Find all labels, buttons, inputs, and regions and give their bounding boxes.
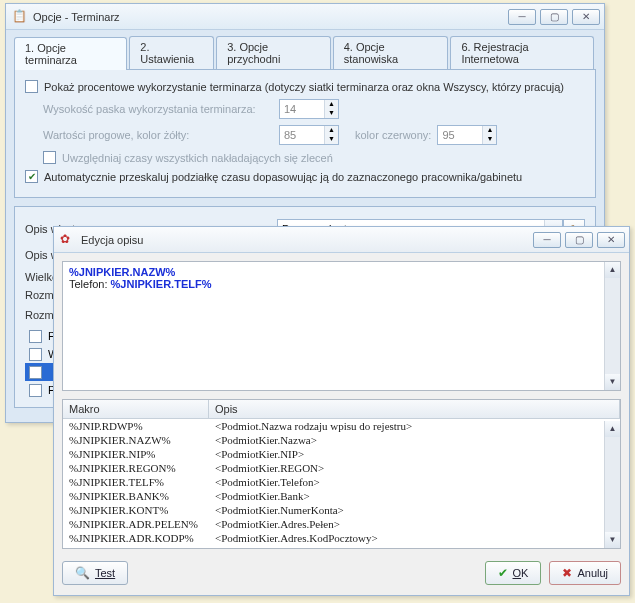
cell-opis: <PodmiotKier.NumerKonta> (209, 503, 620, 517)
table-row[interactable]: %JNIPKIER.ADR.PELEN%<PodmiotKier.Adres.P… (63, 517, 620, 531)
tab-opcje-stanowiska[interactable]: 4. Opcje stanowiska (333, 36, 449, 69)
cell-makro: %JNIPKIER.TELF% (63, 475, 209, 489)
cell-opis: <PodmiotKier.Bank> (209, 489, 620, 503)
spin-up-icon[interactable]: ▲ (324, 100, 338, 109)
child-window: ✿ Edycja opisu ─ ▢ ✕ %JNIPKIER.NAZW% Tel… (53, 226, 630, 596)
table-row[interactable]: %JNIPKIER.KONT%<PodmiotKier.NumerKonta> (63, 503, 620, 517)
group-percent: Pokaż procentowe wykorzystanie terminarz… (14, 69, 596, 198)
ok-label: OK (513, 567, 529, 579)
editor-token: %JNIPKIER.NAZW% (69, 266, 175, 278)
button-bar: 🔍 Test ✔ OK ✖ Anuluj (54, 555, 629, 593)
editor-scrollbar[interactable]: ▲ ▼ (604, 262, 620, 390)
spin-up-icon[interactable]: ▲ (324, 126, 338, 135)
threshold-red-input[interactable] (438, 127, 482, 143)
editor-text: Telefon: (69, 278, 111, 290)
spin-up-icon[interactable]: ▲ (482, 126, 496, 135)
table-row[interactable]: %JNIPKIER.REGON%<PodmiotKier.REGON> (63, 461, 620, 475)
cell-opis: <PodmiotKier.REGON> (209, 461, 620, 475)
chk-percent-label: Pokaż procentowe wykorzystanie terminarz… (44, 81, 564, 93)
cell-makro: %JNIPKIER.NIP% (63, 447, 209, 461)
table-row[interactable]: %JNIPKIER.TELF%<PodmiotKier.Telefon> (63, 475, 620, 489)
cell-makro: %JNIPKIER.ADR.ULIC% (63, 545, 209, 547)
chk-overlap[interactable] (43, 151, 56, 164)
threshold-red-spinner[interactable]: ▲▼ (437, 125, 497, 145)
threshold-yellow-spinner[interactable]: ▲▼ (279, 125, 339, 145)
tab-rejestracja-internetowa[interactable]: 6. Rejestracja Internetowa (450, 36, 594, 69)
threshold-yellow-label: Wartości progowe, kolor żółty: (43, 129, 273, 141)
child-title: Edycja opisu (81, 234, 533, 246)
threshold-yellow-input[interactable] (280, 127, 324, 143)
cell-makro: %JNIPKIER.KONT% (63, 503, 209, 517)
chk-autoscale[interactable]: ✔ (25, 170, 38, 183)
th-opis[interactable]: Opis (209, 400, 620, 418)
magnifier-icon: 🔍 (75, 566, 90, 580)
cell-opis: <PodmiotKier.Telefon> (209, 475, 620, 489)
list-chk[interactable] (29, 366, 42, 379)
check-icon: ✔ (498, 566, 508, 580)
macro-table: Makro Opis %JNIP.RDWP%<Podmiot.Nazwa rod… (62, 399, 621, 549)
main-title: Opcje - Terminarz (33, 11, 508, 23)
cell-makro: %JNIPKIER.ADR.PELEN% (63, 517, 209, 531)
table-scrollbar[interactable]: ▲ ▼ (604, 421, 620, 548)
scroll-down-icon[interactable]: ▼ (605, 532, 620, 548)
child-maximize-button[interactable]: ▢ (565, 232, 593, 248)
chk-overlap-label: Uwzględniaj czasy wszystkich nakładający… (62, 152, 333, 164)
editor-token: %JNIPKIER.TELF% (111, 278, 212, 290)
scroll-up-icon[interactable]: ▲ (605, 421, 620, 437)
table-header: Makro Opis (63, 400, 620, 419)
cancel-label: Anuluj (577, 567, 608, 579)
th-makro[interactable]: Makro (63, 400, 209, 418)
tab-ustawienia[interactable]: 2. Ustawienia (129, 36, 214, 69)
child-minimize-button[interactable]: ─ (533, 232, 561, 248)
child-titlebar[interactable]: ✿ Edycja opisu ─ ▢ ✕ (54, 227, 629, 253)
minimize-button[interactable]: ─ (508, 9, 536, 25)
cell-opis: <PodmiotKier.Adres.Pełen> (209, 517, 620, 531)
test-label: Test (95, 567, 115, 579)
cell-makro: %JNIPKIER.BANK% (63, 489, 209, 503)
ok-button[interactable]: ✔ OK (485, 561, 542, 585)
test-button[interactable]: 🔍 Test (62, 561, 128, 585)
threshold-red-label: kolor czerwony: (355, 129, 431, 141)
main-titlebar[interactable]: 📋 Opcje - Terminarz ─ ▢ ✕ (6, 4, 604, 30)
table-row[interactable]: %JNIPKIER.NAZW%<PodmiotKier.Nazwa> (63, 433, 620, 447)
cell-makro: %JNIPKIER.REGON% (63, 461, 209, 475)
child-close-button[interactable]: ✕ (597, 232, 625, 248)
bar-height-spinner[interactable]: ▲▼ (279, 99, 339, 119)
cell-opis: <PodmiotKier.Nazwa> (209, 433, 620, 447)
tab-opcje-przychodni[interactable]: 3. Opcje przychodni (216, 36, 331, 69)
flower-icon: ✿ (60, 232, 76, 248)
chk-percent[interactable] (25, 80, 38, 93)
bar-height-input[interactable] (280, 101, 324, 117)
table-row[interactable]: %JNIPKIER.ADR.KODP%<PodmiotKier.Adres.Ko… (63, 531, 620, 545)
cell-opis: <PodmiotKier.Adres.Ulica> (209, 545, 620, 547)
cell-makro: %JNIP.RDWP% (63, 419, 209, 433)
bar-height-label: Wysokość paska wykorzystania terminarza: (43, 103, 273, 115)
table-body[interactable]: %JNIP.RDWP%<Podmiot.Nazwa rodzaju wpisu … (63, 419, 620, 547)
table-row[interactable]: %JNIPKIER.BANK%<PodmiotKier.Bank> (63, 489, 620, 503)
cross-icon: ✖ (562, 566, 572, 580)
spin-down-icon[interactable]: ▼ (324, 135, 338, 144)
scroll-up-icon[interactable]: ▲ (605, 262, 620, 278)
cell-opis: <PodmiotKier.Adres.KodPocztowy> (209, 531, 620, 545)
cell-opis: <Podmiot.Nazwa rodzaju wpisu do rejestru… (209, 419, 620, 433)
tab-opcje-terminarza[interactable]: 1. Opcje terminarza (14, 37, 127, 70)
cell-makro: %JNIPKIER.ADR.KODP% (63, 531, 209, 545)
list-chk[interactable] (29, 330, 42, 343)
tab-bar: 1. Opcje terminarza 2. Ustawienia 3. Opc… (6, 30, 604, 69)
list-chk[interactable] (29, 384, 42, 397)
table-row[interactable]: %JNIPKIER.NIP%<PodmiotKier.NIP> (63, 447, 620, 461)
close-button[interactable]: ✕ (572, 9, 600, 25)
spin-down-icon[interactable]: ▼ (324, 109, 338, 118)
list-chk[interactable] (29, 348, 42, 361)
scroll-down-icon[interactable]: ▼ (605, 374, 620, 390)
chk-autoscale-label: Automatycznie przeskaluj podziałkę czasu… (44, 171, 522, 183)
table-row[interactable]: %JNIPKIER.ADR.ULIC%<PodmiotKier.Adres.Ul… (63, 545, 620, 547)
app-icon: 📋 (12, 9, 28, 25)
maximize-button[interactable]: ▢ (540, 9, 568, 25)
cancel-button[interactable]: ✖ Anuluj (549, 561, 621, 585)
cell-makro: %JNIPKIER.NAZW% (63, 433, 209, 447)
cell-opis: <PodmiotKier.NIP> (209, 447, 620, 461)
table-row[interactable]: %JNIP.RDWP%<Podmiot.Nazwa rodzaju wpisu … (63, 419, 620, 433)
spin-down-icon[interactable]: ▼ (482, 135, 496, 144)
editor-textarea[interactable]: %JNIPKIER.NAZW% Telefon: %JNIPKIER.TELF%… (62, 261, 621, 391)
